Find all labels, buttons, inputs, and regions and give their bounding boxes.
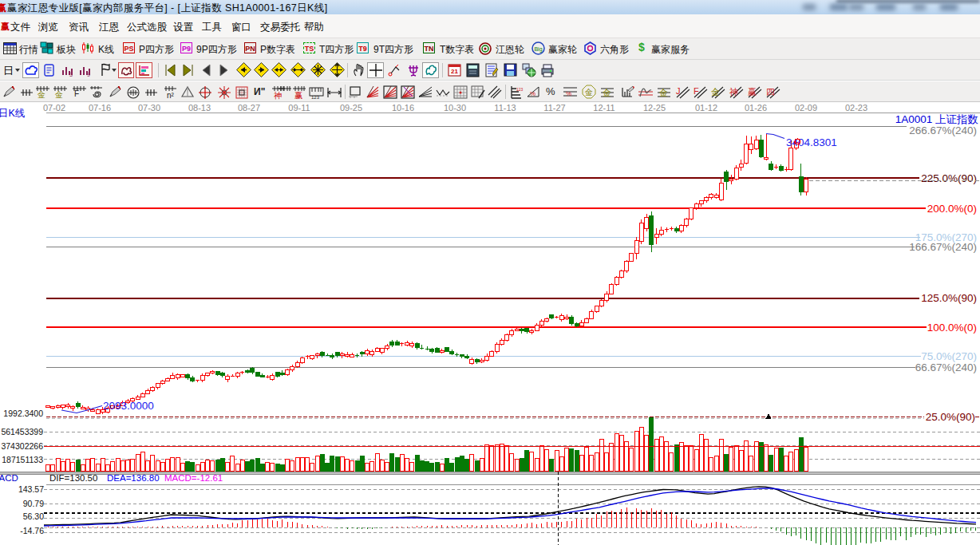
svg-text:02-23: 02-23: [845, 103, 867, 113]
svg-text:75.0%(270): 75.0%(270): [921, 350, 977, 362]
svg-text:DIF=130.50: DIF=130.50: [49, 473, 97, 483]
svg-text:266.67%(240): 266.67%(240): [909, 124, 977, 136]
svg-text:12-25: 12-25: [643, 103, 666, 113]
svg-text:01-26: 01-26: [745, 103, 767, 113]
svg-text:187151133: 187151133: [2, 455, 43, 464]
svg-text:10-16: 10-16: [392, 103, 414, 113]
svg-text:166.67%(240): 166.67%(240): [909, 241, 977, 253]
svg-text:90.79: 90.79: [23, 499, 44, 508]
svg-text:12-11: 12-11: [593, 103, 614, 113]
svg-text:%: %: [566, 90, 571, 97]
svg-text:225.0%(90): 225.0%(90): [921, 172, 977, 184]
svg-text:%: %: [530, 90, 535, 97]
svg-text:10-30: 10-30: [444, 103, 466, 113]
svg-text:561453399: 561453399: [1, 427, 43, 436]
svg-text:DEA=136.80: DEA=136.80: [107, 473, 160, 483]
svg-text:11-27: 11-27: [543, 103, 565, 113]
svg-text:01-12: 01-12: [695, 103, 717, 113]
svg-text:3: 3: [69, 72, 73, 77]
svg-text:Big: Big: [534, 46, 542, 53]
svg-text:-14.76: -14.76: [20, 526, 44, 535]
svg-text:200.0%(0): 200.0%(0): [927, 203, 977, 215]
svg-text:21: 21: [451, 68, 458, 75]
svg-text:08-27: 08-27: [238, 103, 260, 113]
svg-text:07-02: 07-02: [43, 103, 65, 113]
svg-text:日K线: 日K线: [0, 108, 25, 119]
svg-text:07-30: 07-30: [138, 103, 160, 113]
svg-text:11-13: 11-13: [494, 103, 516, 113]
svg-text:1A0001 上证指数: 1A0001 上证指数: [895, 113, 978, 125]
svg-text:1992.3400: 1992.3400: [3, 409, 43, 418]
svg-text:02-09: 02-09: [795, 103, 817, 113]
svg-text:123: 123: [311, 95, 320, 100]
svg-text:MACD: MACD: [0, 473, 18, 483]
svg-text:100.0%(0): 100.0%(0): [927, 322, 977, 334]
svg-text:MACD=-12.61: MACD=-12.61: [164, 473, 223, 483]
svg-text:9: 9: [87, 72, 90, 77]
svg-text:25.0%(90): 25.0%(90): [926, 411, 975, 423]
svg-text:n²: n²: [167, 91, 175, 99]
svg-text:2093.0000: 2093.0000: [103, 400, 154, 412]
svg-text:374302266: 374302266: [1, 441, 43, 451]
svg-text:143.57: 143.57: [18, 484, 44, 494]
svg-text:3404.8301: 3404.8301: [786, 136, 837, 148]
svg-text:09-11: 09-11: [288, 103, 310, 113]
svg-text:07-16: 07-16: [89, 103, 111, 113]
svg-text:125.0%(90): 125.0%(90): [921, 292, 977, 304]
svg-text:123: 123: [516, 87, 524, 92]
svg-text:56.30: 56.30: [23, 511, 44, 521]
svg-text:08-13: 08-13: [188, 103, 211, 113]
svg-text:66.67%(240): 66.67%(240): [915, 361, 977, 373]
svg-text:09-25: 09-25: [340, 103, 362, 113]
